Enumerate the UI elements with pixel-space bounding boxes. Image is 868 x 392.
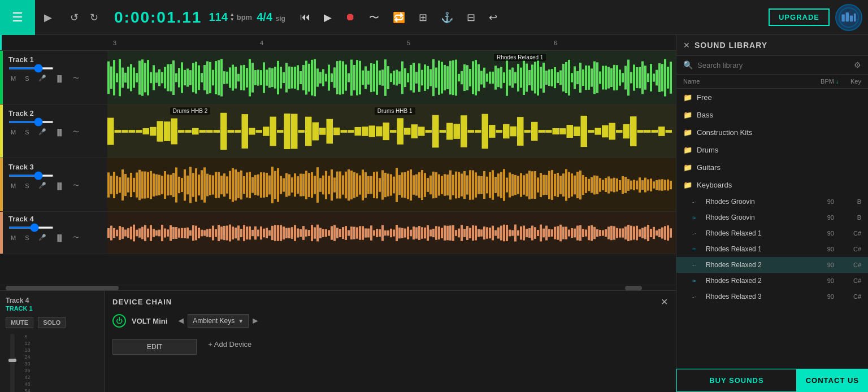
power-button[interactable]: ⏻ xyxy=(112,314,126,328)
contact-us-button[interactable]: CONTACT US xyxy=(797,369,868,392)
bottom-track-1-label: TRACK 1 xyxy=(6,305,33,312)
folder-icon: 📁 xyxy=(683,181,692,189)
track4-solo[interactable]: S xyxy=(23,233,31,242)
track1-mute[interactable]: M xyxy=(8,74,18,83)
track3-mute[interactable]: M xyxy=(8,181,18,190)
folder-keyboards-label: Keyboards xyxy=(697,181,732,189)
track2-auto[interactable]: 〜 xyxy=(71,127,81,137)
redo-button[interactable]: ↻ xyxy=(86,9,102,26)
tool-select-group: ▶ xyxy=(35,9,61,26)
record-button[interactable]: ⏺ xyxy=(341,9,360,25)
track4-waveform[interactable] xyxy=(107,212,676,254)
fader-thumb xyxy=(8,359,16,362)
track3-auto[interactable]: 〜 xyxy=(71,180,81,191)
bpm-arrows[interactable]: ▲ ▼ xyxy=(230,12,235,22)
track1-auto[interactable]: 〜 xyxy=(71,73,81,84)
nav-left-icon[interactable]: ◄ xyxy=(176,316,185,326)
folder-construction-kits[interactable]: 📁 Construction Kits xyxy=(676,124,868,141)
track1-volume-slider[interactable] xyxy=(8,67,54,69)
avatar-button[interactable] xyxy=(835,4,862,31)
undo-button[interactable]: ↺ xyxy=(67,9,82,26)
bottom-solo-button[interactable]: SOLO xyxy=(38,317,66,328)
buy-sounds-button[interactable]: BUY SOUNDS xyxy=(676,369,797,392)
search-icon: 🔍 xyxy=(683,60,693,69)
nav-right-icon[interactable]: ► xyxy=(251,316,260,326)
bpm-display: 114 ▲ ▼ bpm xyxy=(209,11,252,24)
loop-button[interactable]: 🔁 xyxy=(388,9,410,26)
cursor-tool-button[interactable]: ▶ xyxy=(41,9,55,26)
lib-item-3[interactable]: ≈ Rhodes Relaxed 1 90 C# xyxy=(676,241,868,257)
track1-waveform[interactable]: Rhodes Relaxed 1 xyxy=(107,51,676,104)
library-close-button[interactable]: ✕ xyxy=(683,41,690,50)
item-bpm-1: 90 xyxy=(806,214,834,221)
track4-mute[interactable]: M xyxy=(8,233,18,242)
bottom-track-4-label: Track 4 xyxy=(6,297,29,304)
lib-item-0[interactable]: -· Rhodes Groovin 90 B xyxy=(676,194,868,210)
quantize-button[interactable]: ⊞ xyxy=(414,9,432,26)
folder-drums[interactable]: 📁 Drums xyxy=(676,141,868,159)
fader-area: 🎤 ▐▌ 6 12 18 24 30 36 42 48 54 xyxy=(6,334,98,392)
track1-solo[interactable]: S xyxy=(23,74,31,83)
filter-icon[interactable]: ⚙ xyxy=(854,60,861,69)
play-button[interactable]: ▶ xyxy=(319,9,336,26)
folder-guitars[interactable]: 📁 Guitars xyxy=(676,159,868,176)
track1-mic[interactable]: 🎤 xyxy=(36,73,49,83)
folder-construction-kits-label: Construction Kits xyxy=(697,128,752,137)
bpm-up[interactable]: ▲ xyxy=(230,12,235,17)
midi-icon-0: -· xyxy=(692,198,701,205)
grid-button[interactable]: ⊟ xyxy=(462,9,480,26)
track4-controls: M S 🎤 ▐▌ 〜 xyxy=(8,232,102,243)
volume-fader[interactable] xyxy=(10,334,15,392)
track2-mic[interactable]: 🎤 xyxy=(36,127,49,137)
folder-bass[interactable]: 📁 Bass xyxy=(676,106,868,124)
bottom-panel: Track 4 TRACK 1 MUTE SOLO 🎤 ▐▌ xyxy=(0,290,676,392)
track4-eq[interactable]: ▐▌ xyxy=(53,233,67,242)
track2-waveform[interactable]: Drums HHB 2 Drums HHB 1 xyxy=(107,104,676,158)
track3-eq[interactable]: ▐▌ xyxy=(53,181,67,190)
device-chain-close[interactable]: ✕ xyxy=(661,297,668,307)
lib-item-4[interactable]: -· Rhodes Relaxed 2 90 C# xyxy=(676,257,868,273)
export-button[interactable]: ↩ xyxy=(484,9,502,26)
edit-button[interactable]: EDIT xyxy=(112,339,197,355)
track2-volume-slider[interactable] xyxy=(8,121,54,123)
item-name-5: Rhodes Relaxed 2 xyxy=(706,277,801,285)
bottom-mute-button[interactable]: MUTE xyxy=(6,317,33,328)
track3-solo[interactable]: S xyxy=(23,181,31,190)
track4-mic[interactable]: 🎤 xyxy=(36,233,49,242)
folder-bass-label: Bass xyxy=(697,111,713,119)
track2-solo[interactable]: S xyxy=(23,128,31,137)
automation-button[interactable]: 〜 xyxy=(364,8,384,27)
track4-volume-slider[interactable] xyxy=(8,227,54,229)
upgrade-button[interactable]: UPGRADE xyxy=(769,8,830,26)
folder-drums-label: Drums xyxy=(697,146,718,154)
folder-free[interactable]: 📁 Free xyxy=(676,89,868,106)
hscroll-thumb[interactable] xyxy=(6,286,119,290)
track3-mic[interactable]: 🎤 xyxy=(36,181,49,190)
hscroll-thumb-right[interactable] xyxy=(625,286,642,290)
item-name-3: Rhodes Relaxed 1 xyxy=(706,245,801,253)
lib-item-5[interactable]: ≈ Rhodes Relaxed 2 90 C# xyxy=(676,273,868,289)
skip-back-button[interactable]: ⏮ xyxy=(296,9,315,25)
folder-guitars-label: Guitars xyxy=(697,163,721,172)
folder-keyboards[interactable]: 📁 Keyboards xyxy=(676,176,868,194)
library-search-input[interactable] xyxy=(697,61,849,69)
menu-button[interactable]: ☰ xyxy=(0,0,35,35)
instrument-select[interactable]: Ambient Keys ▼ xyxy=(188,314,249,328)
horizontal-scrollbar[interactable] xyxy=(0,285,676,290)
bpm-down[interactable]: ▼ xyxy=(230,18,235,22)
metronome-button[interactable]: ⚓ xyxy=(436,9,458,26)
add-device-button[interactable]: + Add Device xyxy=(208,340,251,349)
track3-waveform[interactable] xyxy=(107,158,676,211)
library-search-bar: 🔍 ⚙ xyxy=(676,56,868,75)
track2-mute[interactable]: M xyxy=(8,128,18,137)
svg-rect-4 xyxy=(854,13,856,21)
track3-volume-slider[interactable] xyxy=(8,175,54,177)
col-name-label: Name xyxy=(683,78,810,85)
track2-eq[interactable]: ▐▌ xyxy=(53,128,67,137)
lib-item-2[interactable]: -· Rhodes Relaxed 1 90 C# xyxy=(676,225,868,241)
item-name-0: Rhodes Groovin xyxy=(706,198,801,206)
lib-item-6[interactable]: -· Rhodes Relaxed 3 90 C# xyxy=(676,289,868,304)
lib-item-1[interactable]: ≈ Rhodes Groovin 90 B xyxy=(676,210,868,225)
track1-eq[interactable]: ▐▌ xyxy=(53,74,67,83)
track4-auto[interactable]: 〜 xyxy=(71,232,81,243)
